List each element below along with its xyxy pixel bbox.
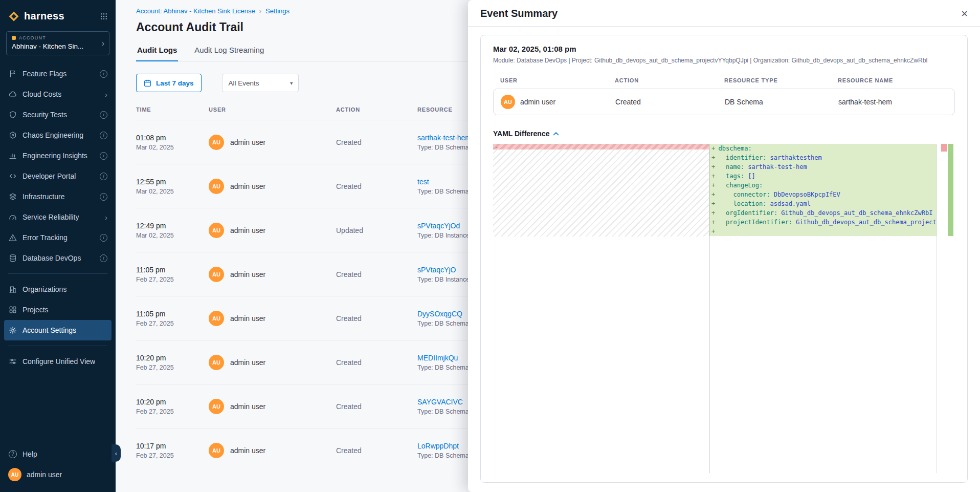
yaml-diff-viewer: - +dbschema: + identifier:sarthaktesthem… [493,144,955,473]
sidebar-item-label: Developer Portal [23,172,76,180]
diff-added-line: + name:sarthak-test-hem [709,162,937,172]
sidebar-divider [8,346,107,346]
column-header-time: TIME [136,106,209,113]
column-header-user: USER [500,77,615,83]
logo-row: harness [0,0,116,29]
user-name: admin user [230,226,265,234]
event-time: 10:20 pm [136,354,209,362]
sidebar-item-database-devops[interactable]: Database DevOps i [4,248,112,268]
sidebar-item-feature-flags[interactable]: Feature Flags i [4,63,112,84]
sidebar-collapse-handle[interactable]: ‹ [112,444,121,462]
sliders-icon [8,357,17,366]
event-time: 11:05 pm [136,266,209,274]
event-time: 10:17 pm [136,442,209,450]
sidebar-item-label: Error Tracking [23,233,68,242]
bar-chart-icon [8,151,17,160]
drawer-title: Event Summary [480,8,558,19]
column-header-resource-type: RESOURCE TYPE [724,77,838,83]
sidebar-item-label: Configure Unified View [23,357,95,366]
avatar: AU [209,443,224,458]
user-name: admin user [230,138,265,146]
sidebar-item-engineering-insights[interactable]: Engineering Insights i [4,145,112,166]
event-time: 01:08 pm [136,134,209,142]
breadcrumb-account-link[interactable]: Account: Abhinav - Kitchen Sink License [136,7,255,15]
event-datetime: Mar 02, 2025, 01:08 pm [493,45,955,53]
grid-squares-icon [8,305,17,314]
event-date: Feb 27, 2025 [136,364,209,371]
info-badge-icon: i [100,152,107,160]
sidebar-item-label: Security Tests [23,111,67,119]
yaml-difference-toggle[interactable]: YAML Difference [493,130,559,138]
database-icon [8,253,17,263]
user-name: admin user [230,358,265,367]
sidebar-item-security-tests[interactable]: Security Tests i [4,104,112,125]
avatar: AU [209,267,224,282]
shield-icon [8,110,17,119]
caret-down-icon: ▾ [290,80,293,87]
sidebar-item-help[interactable]: ? Help [4,444,112,464]
column-header-action: ACTION [615,77,724,83]
sidebar-item-label: Projects [23,306,49,314]
sidebar-item-error-tracking[interactable]: Error Tracking i [4,227,112,248]
event-date: Mar 02, 2025 [136,232,209,239]
sidebar-item-developer-portal[interactable]: Developer Portal i [4,166,112,186]
event-action: Created [615,98,725,106]
sidebar-spacer [0,372,116,444]
sidebar-item-service-reliability[interactable]: Service Reliability › [4,207,112,227]
sidebar-divider [8,273,107,274]
event-action: Updated [336,226,417,234]
sidebar-item-chaos-engineering[interactable]: Chaos Engineering i [4,125,112,145]
avatar: AU [209,355,224,370]
event-date: Feb 27, 2025 [136,276,209,283]
diff-added-line: + connector:DbDevopsoBKpcpIfEV [709,190,937,199]
gauge-icon [8,212,17,222]
sidebar-item-infrastructure[interactable]: Infrastructure i [4,186,112,207]
user-name: admin user [230,314,265,323]
sidebar-item-account-settings[interactable]: Account Settings [4,320,112,340]
sidebar-item-configure-unified-view[interactable]: Configure Unified View [4,351,112,372]
event-action: Created [336,314,417,323]
event-time: 12:55 pm [136,178,209,186]
sidebar-item-projects[interactable]: Projects [4,300,112,320]
breadcrumb-settings-link[interactable]: Settings [265,7,289,15]
sidebar-item-label: Account Settings [23,326,76,334]
sidebar-item-label: Organizations [23,285,66,293]
minimap-removed-marker [941,144,947,152]
resource-type: DB Schema [725,98,838,106]
account-icon [12,36,16,40]
breadcrumb-separator-icon: › [259,7,261,15]
collapse-chevron-icon: ‹ [115,450,117,457]
user-name: admin user [230,446,265,455]
column-header-resource-name: RESOURCE NAME [838,77,948,83]
overview-ruler-added-marker [948,144,953,236]
tab-audit-log-streaming[interactable]: Audit Log Streaming [193,46,265,61]
tab-audit-logs[interactable]: Audit Logs [136,46,178,61]
chevron-right-icon: › [105,90,107,99]
avatar: AU [209,399,224,414]
event-table-header: USER ACTION RESOURCE TYPE RESOURCE NAME [493,77,955,83]
diff-removed-marker: - [495,143,498,152]
avatar: AU [209,311,224,326]
close-icon[interactable]: × [961,8,968,19]
module-grid-icon[interactable] [100,13,107,20]
diff-removed-band [493,144,709,149]
event-meta: Module: Database DevOps | Project: Githu… [493,57,955,64]
event-summary-drawer: Event Summary × Mar 02, 2025, 01:08 pm M… [468,0,980,492]
diff-filler-hatch [493,149,709,237]
account-label: ACCOUNT [12,35,97,40]
diff-added-line: + location:asdsad.yaml [709,199,937,208]
sidebar-item-cloud-costs[interactable]: Cloud Costs › [4,84,112,104]
avatar: AU [8,468,21,481]
event-action: Created [336,402,417,411]
sidebar-item-label: Cloud Costs [23,90,61,98]
date-range-button[interactable]: Last 7 days [136,74,202,92]
gear-icon [8,326,17,335]
event-date: Feb 27, 2025 [136,320,209,327]
account-selector[interactable]: ACCOUNT Abhinav - Kitchen Sin... › [6,31,109,55]
event-card: Mar 02, 2025, 01:08 pm Module: Database … [480,35,968,483]
diff-minimap[interactable] [937,144,955,473]
user-name: admin user [230,182,265,190]
event-type-select[interactable]: All Events ▾ [222,74,299,92]
sidebar-item-organizations[interactable]: Organizations [4,279,112,300]
sidebar-user-menu[interactable]: AU admin user [4,464,112,485]
